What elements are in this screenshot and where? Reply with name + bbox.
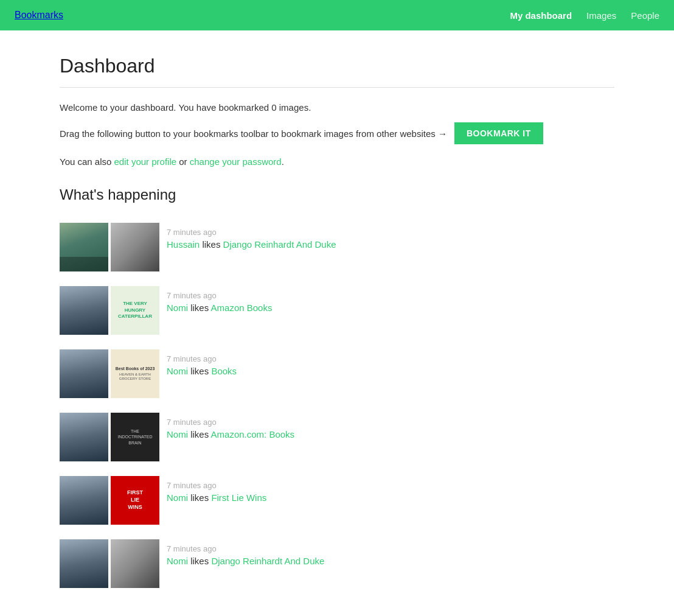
thumbnail-dog (60, 476, 108, 525)
activity-list: 7 minutes agoHussain likes Django Reinha… (60, 215, 614, 595)
edit-profile-link[interactable]: edit your profile (114, 156, 177, 167)
activity-meta: 7 minutes agoNomi likes Django Reinhardt… (167, 539, 324, 566)
divider (60, 87, 614, 88)
activity-target-link[interactable]: First Lie Wins (211, 492, 266, 503)
thumbnail-landscape (60, 223, 108, 271)
thumbnail-indoctrinated: THEINDOCTRINATEDBRAIN (111, 413, 159, 461)
thumbnail-dog (60, 286, 108, 335)
activity-meta: 7 minutes agoNomi likes Amazon Books (167, 286, 272, 313)
activity-action: likes (202, 239, 220, 250)
activity-time: 7 minutes ago (167, 481, 266, 490)
welcome-text: Welcome to your dashboard. You have book… (60, 102, 614, 113)
page-title: Dashboard (60, 55, 614, 77)
thumbnail-bw (111, 223, 159, 271)
activity-time: 7 minutes ago (167, 354, 237, 363)
activity-desc: Nomi likes First Lie Wins (167, 492, 266, 503)
activity-item: Best Books of 2023HEAVEN & EARTHGROCERY … (60, 342, 614, 405)
activity-item: THE VERY HUNGRYCATERPILLAR7 minutes agoN… (60, 279, 614, 342)
activity-images: FIRSTLIEWINS (60, 476, 159, 525)
activity-desc: Nomi likes Amazon Books (167, 303, 272, 313)
navbar: Bookmarks My dashboard Images People (0, 0, 674, 30)
activity-action: likes (190, 429, 209, 439)
activity-images: Best Books of 2023HEAVEN & EARTHGROCERY … (60, 349, 159, 398)
nav-my-dashboard[interactable]: My dashboard (510, 10, 572, 21)
bookmark-it-button[interactable]: BOOKMARK IT (454, 122, 543, 144)
activity-action: likes (190, 366, 209, 376)
thumbnail-caterpillar: THE VERY HUNGRYCATERPILLAR (111, 286, 159, 335)
activity-user-link[interactable]: Nomi (167, 303, 188, 313)
activity-time: 7 minutes ago (167, 291, 272, 300)
activity-item: 7 minutes agoNomi likes Django Reinhardt… (60, 532, 614, 595)
main-container: Dashboard Welcome to your dashboard. You… (45, 30, 629, 616)
activity-meta: 7 minutes agoNomi likes Books (167, 349, 237, 376)
thumbnail-dog (60, 539, 108, 588)
profile-or: or (176, 156, 190, 167)
activity-meta: 7 minutes agoNomi likes First Lie Wins (167, 476, 266, 503)
activity-meta: 7 minutes agoNomi likes Amazon.com: Book… (167, 413, 294, 439)
activity-meta: 7 minutes agoHussain likes Django Reinha… (167, 223, 336, 250)
activity-images (60, 539, 159, 588)
activity-desc: Nomi likes Books (167, 366, 237, 376)
activity-item: 7 minutes agoHussain likes Django Reinha… (60, 215, 614, 279)
activity-desc: Hussain likes Django Reinhardt And Duke (167, 239, 336, 250)
drag-prompt: Drag the following button to your bookma… (60, 128, 447, 139)
activity-user-link[interactable]: Nomi (167, 556, 188, 566)
activity-user-link[interactable]: Nomi (167, 492, 188, 503)
nav-images[interactable]: Images (586, 10, 616, 21)
activity-item: THEINDOCTRINATEDBRAIN7 minutes agoNomi l… (60, 405, 614, 469)
activity-user-link[interactable]: Hussain (167, 239, 200, 250)
profile-text-after: . (282, 156, 284, 167)
brand-link[interactable]: Bookmarks (15, 10, 63, 21)
thumbnail-dog (60, 413, 108, 461)
activity-action: likes (190, 303, 209, 313)
activity-user-link[interactable]: Nomi (167, 366, 188, 376)
thumbnail-first-lie: FIRSTLIEWINS (111, 476, 159, 525)
profile-text-before: You can also (60, 156, 114, 167)
bookmark-row: Drag the following button to your bookma… (60, 122, 614, 144)
nav-people[interactable]: People (631, 10, 659, 21)
activity-action: likes (190, 492, 209, 503)
activity-item: FIRSTLIEWINS7 minutes agoNomi likes Firs… (60, 469, 614, 532)
thumbnail-bw (111, 539, 159, 588)
activity-desc: Nomi likes Amazon.com: Books (167, 429, 294, 439)
activity-time: 7 minutes ago (167, 544, 324, 553)
whats-happening-title: What's happening (60, 186, 614, 203)
activity-target-link[interactable]: Django Reinhardt And Duke (211, 556, 324, 566)
activity-target-link[interactable]: Django Reinhardt And Duke (223, 239, 336, 250)
change-password-link[interactable]: change your password (190, 156, 282, 167)
activity-user-link[interactable]: Nomi (167, 429, 188, 439)
nav-links: My dashboard Images People (510, 10, 659, 21)
activity-target-link[interactable]: Amazon.com: Books (211, 429, 295, 439)
activity-time: 7 minutes ago (167, 228, 336, 237)
thumbnail-dog (60, 349, 108, 398)
activity-target-link[interactable]: Books (211, 366, 237, 376)
thumbnail-books-2023: Best Books of 2023HEAVEN & EARTHGROCERY … (111, 349, 159, 398)
activity-images: THE VERY HUNGRYCATERPILLAR (60, 286, 159, 335)
activity-images: THEINDOCTRINATEDBRAIN (60, 413, 159, 461)
activity-target-link[interactable]: Amazon Books (211, 303, 273, 313)
activity-desc: Nomi likes Django Reinhardt And Duke (167, 556, 324, 566)
profile-links: You can also edit your profile or change… (60, 156, 614, 167)
activity-images (60, 223, 159, 271)
activity-time: 7 minutes ago (167, 418, 294, 427)
activity-action: likes (190, 556, 209, 566)
